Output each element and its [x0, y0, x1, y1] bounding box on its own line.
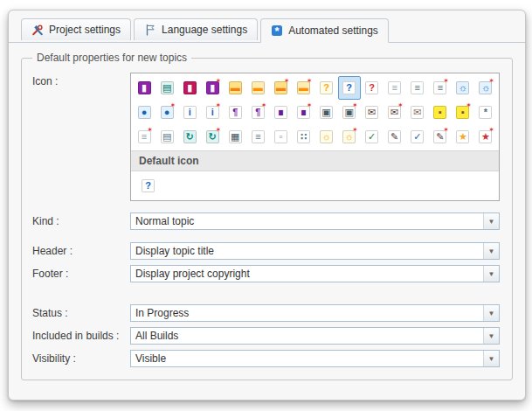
web-topic-icon[interactable]: ☼ [452, 76, 474, 100]
copy-pages-icon[interactable]: ▤ [155, 125, 178, 149]
edit-page-icon[interactable]: ✎ [383, 125, 406, 149]
icon-glyph: ✎ [433, 130, 446, 143]
new-note-icon[interactable]: ¶✶ [246, 101, 269, 124]
flag-icon [144, 24, 156, 36]
bookmark-icon[interactable]: ∎ [269, 101, 292, 124]
icon-glyph: ✓ [411, 130, 424, 143]
idea-icon[interactable]: ☼ [315, 125, 338, 149]
sent-mail-icon[interactable]: ✉ [406, 101, 429, 124]
small-page-icon[interactable]: ▫ [269, 125, 292, 149]
group-default-properties: Default properties for new topics Icon :… [21, 52, 513, 380]
lock-icon[interactable]: ▪ [429, 101, 452, 124]
new-web-topic-icon[interactable]: ☼✶ [474, 76, 497, 100]
icon-glyph: ● [161, 106, 174, 119]
icon-glyph: * [479, 106, 492, 119]
default-icon-header: Default icon [131, 150, 499, 171]
icon-glyph: ✉ [365, 106, 378, 119]
new-lock-icon[interactable]: ▪✶ [452, 101, 474, 124]
icon-glyph: ↻ [183, 130, 197, 143]
icon-glyph: ? [342, 81, 356, 94]
icon-glyph: ▮ [183, 81, 197, 94]
icon-glyph: ∷ [297, 130, 310, 143]
builds-select[interactable]: All Builds ▼ [130, 327, 500, 345]
chevron-down-icon[interactable]: ▼ [483, 305, 499, 321]
new-open-folder-icon[interactable]: ▬✶ [292, 76, 314, 100]
status-label: Status : [32, 307, 130, 319]
header-select[interactable]: Display topic title ▼ [130, 242, 500, 260]
icon-glyph: ¶ [229, 106, 242, 119]
icon-glyph: ▤ [161, 130, 174, 143]
open-folder-icon[interactable]: ▬ [246, 76, 269, 100]
default-help-icon[interactable]: ? [138, 177, 158, 195]
icon-glyph: i [183, 106, 197, 119]
new-refresh-icon[interactable]: ↻✶ [201, 125, 224, 149]
icon-glyph: ≡ [433, 81, 446, 94]
mail-icon[interactable]: ✉ [361, 101, 383, 124]
snippet-icon[interactable]: ∷ [292, 125, 314, 149]
folder-icon[interactable]: ▬ [224, 76, 246, 100]
icon-label: Icon : [32, 73, 130, 87]
icon-glyph: ☼ [342, 130, 356, 143]
chevron-down-icon[interactable]: ▼ [483, 266, 499, 282]
icon-glyph: ▪ [456, 106, 469, 119]
pink-book-icon[interactable]: ▮ [178, 76, 201, 100]
builds-label: Included in builds : [32, 330, 130, 342]
new-bookmark-icon[interactable]: ∎✶ [292, 101, 314, 124]
icon-glyph: ✓ [365, 130, 378, 143]
open-book-icon[interactable]: ▤ [155, 76, 178, 100]
chevron-down-icon[interactable]: ▼ [483, 351, 499, 366]
page-icon[interactable]: ≡ [383, 76, 406, 100]
icon-glyph: ▪ [433, 106, 446, 119]
status-select[interactable]: In Progress ▼ [130, 304, 500, 322]
kind-select[interactable]: Normal topic ▼ [130, 212, 500, 230]
new-mail-icon[interactable]: ✉✶ [383, 101, 406, 124]
kind-label: Kind : [32, 215, 130, 227]
new-info-icon[interactable]: i✶ [201, 101, 224, 124]
footer-select[interactable]: Display project copyright ▼ [130, 265, 500, 282]
purple-book-icon[interactable]: ▮ [133, 76, 155, 100]
page-text-icon[interactable]: ≡ [406, 76, 429, 100]
note-icon[interactable]: ¶ [224, 101, 246, 124]
tab-label: Automated settings [288, 24, 378, 37]
tab-automated-settings[interactable]: * Automated settings [260, 18, 389, 43]
icon-glyph: ≡ [138, 130, 151, 143]
new-page-icon[interactable]: ≡✶ [429, 76, 452, 100]
new-edit-page-icon[interactable]: ✎✶ [429, 125, 452, 149]
star-page-icon[interactable]: ★ [452, 125, 474, 149]
icon-glyph: ▬ [274, 81, 287, 94]
target-icon[interactable]: ● [133, 101, 155, 124]
chevron-down-icon[interactable]: ▼ [483, 213, 499, 229]
gear-icon[interactable]: * [474, 101, 497, 124]
icon-glyph: ▣ [320, 106, 333, 119]
screen-icon[interactable]: ▣ [315, 101, 338, 124]
icon-glyph: ▫ [274, 130, 287, 143]
new-target-icon[interactable]: ●✶ [155, 101, 178, 124]
new-screen-icon[interactable]: ▣✶ [338, 101, 361, 124]
chevron-down-icon[interactable]: ▼ [483, 328, 499, 344]
help-topic-red-icon[interactable]: ? [361, 76, 383, 100]
tab-project-settings[interactable]: Project settings [21, 18, 131, 40]
tools-icon [31, 24, 44, 36]
icon-glyph: ☼ [456, 81, 469, 94]
check-page-icon[interactable]: ✓ [361, 125, 383, 149]
icon-glyph: ▮ [138, 81, 151, 94]
pages-stack-icon[interactable]: ≡ [246, 125, 269, 149]
visibility-select[interactable]: Visible ▼ [130, 350, 500, 367]
icon-glyph: ? [365, 81, 378, 94]
printer-icon[interactable]: ▦ [224, 125, 246, 149]
new-special-icon[interactable]: ★✶ [474, 125, 497, 149]
refresh-icon[interactable]: ↻ [178, 125, 201, 149]
help-topic-blue-icon[interactable]: ? [338, 76, 361, 100]
icon-glyph: ✉ [411, 106, 424, 119]
info-icon[interactable]: i [178, 101, 201, 124]
new-topic-icon[interactable]: ≡✶ [133, 125, 155, 149]
new-book-icon[interactable]: ▮✶ [201, 76, 224, 100]
help-topic-yellow-icon[interactable]: ? [315, 76, 338, 100]
tab-language-settings[interactable]: Language settings [134, 18, 258, 40]
icon-glyph: ▬ [229, 81, 242, 94]
new-folder-icon[interactable]: ▬✶ [269, 76, 292, 100]
icon-glyph: ▤ [161, 81, 174, 94]
new-idea-icon[interactable]: ☼✶ [338, 125, 361, 149]
chevron-down-icon[interactable]: ▼ [483, 243, 499, 259]
approved-page-icon[interactable]: ✓ [406, 125, 429, 149]
